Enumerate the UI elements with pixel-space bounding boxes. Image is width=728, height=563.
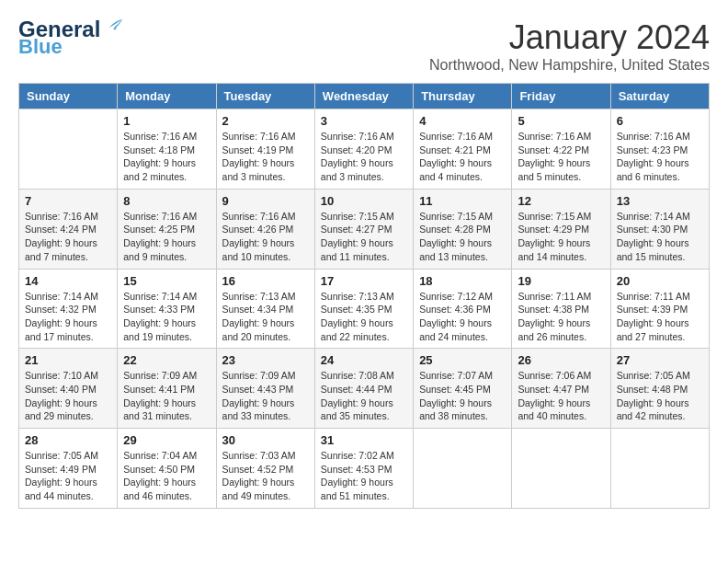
calendar-cell: [512, 429, 610, 509]
cell-info-line: Sunset: 4:39 PM: [617, 303, 703, 316]
cell-info-line: Daylight: 9 hours: [222, 316, 309, 330]
day-number: 16: [222, 274, 309, 288]
calendar-cell: 13Sunrise: 7:14 AMSunset: 4:30 PMDayligh…: [610, 189, 709, 269]
cell-info-line: Sunset: 4:45 PM: [419, 383, 506, 396]
cell-info-line: Daylight: 9 hours: [123, 476, 210, 489]
cell-info-line: Sunrise: 7:13 AM: [321, 290, 407, 304]
cell-info-line: and 11 minutes.: [321, 250, 407, 264]
calendar-cell: 19Sunrise: 7:11 AMSunset: 4:38 PMDayligh…: [512, 269, 610, 349]
cell-info-line: Sunrise: 7:16 AM: [123, 210, 210, 224]
day-number: 4: [419, 114, 506, 128]
day-number: 31: [321, 433, 407, 447]
day-number: 14: [25, 274, 111, 288]
cell-info-line: Sunrise: 7:08 AM: [321, 369, 407, 383]
cell-info-line: Daylight: 9 hours: [321, 236, 407, 250]
weekday-header-monday: Monday: [118, 84, 216, 109]
cell-info-line: Sunrise: 7:16 AM: [419, 130, 506, 144]
cell-info-line: and 35 minutes.: [321, 409, 407, 423]
calendar-cell: 31Sunrise: 7:02 AMSunset: 4:53 PMDayligh…: [314, 429, 413, 509]
cell-info-line: Sunset: 4:28 PM: [419, 223, 506, 236]
cell-info-line: Sunset: 4:49 PM: [25, 463, 111, 477]
day-number: 28: [25, 433, 111, 447]
cell-info-line: Sunset: 4:20 PM: [321, 144, 407, 157]
cell-info-line: Sunset: 4:36 PM: [419, 303, 506, 316]
cell-info-line: Sunset: 4:53 PM: [321, 463, 407, 477]
logo-blue: Blue: [18, 35, 63, 59]
weekday-header-thursday: Thursday: [414, 84, 512, 109]
cell-info-line: Sunset: 4:26 PM: [222, 223, 309, 236]
calendar-cell: 15Sunrise: 7:14 AMSunset: 4:33 PMDayligh…: [118, 269, 216, 349]
cell-info-line: and 9 minutes.: [123, 250, 210, 264]
logo: General Blue: [18, 18, 124, 59]
cell-info-line: Sunrise: 7:14 AM: [123, 290, 210, 304]
day-number: 2: [222, 114, 309, 128]
cell-info-line: Daylight: 9 hours: [419, 396, 506, 410]
cell-info-line: Daylight: 9 hours: [222, 476, 309, 489]
calendar-cell: 8Sunrise: 7:16 AMSunset: 4:25 PMDaylight…: [118, 189, 216, 269]
weekday-header-sunday: Sunday: [19, 84, 118, 109]
cell-info-line: Sunrise: 7:07 AM: [419, 369, 506, 383]
cell-info-line: Sunrise: 7:11 AM: [617, 290, 703, 304]
cell-info-line: and 5 minutes.: [518, 170, 604, 184]
page-header: General Blue January 2024 Northwood, New…: [18, 18, 710, 74]
cell-info-line: Daylight: 9 hours: [617, 316, 703, 330]
cell-info-line: and 46 minutes.: [123, 489, 210, 503]
day-number: 11: [419, 194, 506, 208]
day-number: 10: [321, 194, 407, 208]
cell-info-line: and 29 minutes.: [25, 409, 111, 423]
day-number: 17: [321, 274, 407, 288]
day-number: 12: [518, 194, 604, 208]
calendar-cell: [414, 429, 512, 509]
cell-info-line: Daylight: 9 hours: [518, 236, 604, 250]
cell-info-line: Sunset: 4:33 PM: [123, 303, 210, 316]
cell-info-line: Sunrise: 7:03 AM: [222, 449, 309, 463]
cell-info-line: Daylight: 9 hours: [123, 316, 210, 330]
day-number: 6: [617, 114, 703, 128]
cell-info-line: Sunrise: 7:09 AM: [222, 369, 309, 383]
cell-info-line: and 7 minutes.: [25, 250, 111, 264]
title-block: January 2024 Northwood, New Hampshire, U…: [429, 18, 710, 74]
cell-info-line: Daylight: 9 hours: [617, 236, 703, 250]
calendar-cell: 1Sunrise: 7:16 AMSunset: 4:18 PMDaylight…: [118, 109, 216, 190]
cell-info-line: Daylight: 9 hours: [25, 316, 111, 330]
cell-info-line: Sunrise: 7:12 AM: [419, 290, 506, 304]
cell-info-line: Daylight: 9 hours: [25, 236, 111, 250]
day-number: 9: [222, 194, 309, 208]
cell-info-line: Sunset: 4:34 PM: [222, 303, 309, 316]
calendar-cell: 27Sunrise: 7:05 AMSunset: 4:48 PMDayligh…: [610, 349, 709, 429]
calendar-cell: 28Sunrise: 7:05 AMSunset: 4:49 PMDayligh…: [19, 429, 118, 509]
cell-info-line: Sunrise: 7:04 AM: [123, 449, 210, 463]
cell-info-line: Sunset: 4:52 PM: [222, 463, 309, 477]
cell-info-line: Sunrise: 7:16 AM: [518, 130, 604, 144]
day-number: 5: [518, 114, 604, 128]
day-number: 3: [321, 114, 407, 128]
calendar-week-2: 7Sunrise: 7:16 AMSunset: 4:24 PMDaylight…: [19, 189, 710, 269]
calendar-cell: 30Sunrise: 7:03 AMSunset: 4:52 PMDayligh…: [216, 429, 314, 509]
cell-info-line: and 24 minutes.: [419, 330, 506, 344]
calendar-week-5: 28Sunrise: 7:05 AMSunset: 4:49 PMDayligh…: [19, 429, 710, 509]
cell-info-line: Sunset: 4:19 PM: [222, 144, 309, 157]
day-number: 18: [419, 274, 506, 288]
calendar-cell: 16Sunrise: 7:13 AMSunset: 4:34 PMDayligh…: [216, 269, 314, 349]
cell-info-line: and 51 minutes.: [321, 489, 407, 503]
day-number: 7: [25, 194, 111, 208]
cell-info-line: Sunrise: 7:16 AM: [123, 130, 210, 144]
calendar-cell: 23Sunrise: 7:09 AMSunset: 4:43 PMDayligh…: [216, 349, 314, 429]
cell-info-line: and 13 minutes.: [419, 250, 506, 264]
day-number: 15: [123, 274, 210, 288]
calendar-cell: 10Sunrise: 7:15 AMSunset: 4:27 PMDayligh…: [314, 189, 413, 269]
cell-info-line: Daylight: 9 hours: [617, 156, 703, 170]
cell-info-line: Daylight: 9 hours: [419, 236, 506, 250]
day-number: 13: [617, 194, 703, 208]
cell-info-line: Sunrise: 7:16 AM: [617, 130, 703, 144]
cell-info-line: Sunset: 4:21 PM: [419, 144, 506, 157]
cell-info-line: Daylight: 9 hours: [321, 316, 407, 330]
cell-info-line: Sunrise: 7:05 AM: [617, 369, 703, 383]
calendar-cell: 14Sunrise: 7:14 AMSunset: 4:32 PMDayligh…: [19, 269, 118, 349]
calendar-cell: 5Sunrise: 7:16 AMSunset: 4:22 PMDaylight…: [512, 109, 610, 190]
cell-info-line: Sunset: 4:35 PM: [321, 303, 407, 316]
cell-info-line: and 2 minutes.: [123, 170, 210, 184]
cell-info-line: Daylight: 9 hours: [123, 396, 210, 410]
calendar-cell: 12Sunrise: 7:15 AMSunset: 4:29 PMDayligh…: [512, 189, 610, 269]
calendar-cell: 20Sunrise: 7:11 AMSunset: 4:39 PMDayligh…: [610, 269, 709, 349]
